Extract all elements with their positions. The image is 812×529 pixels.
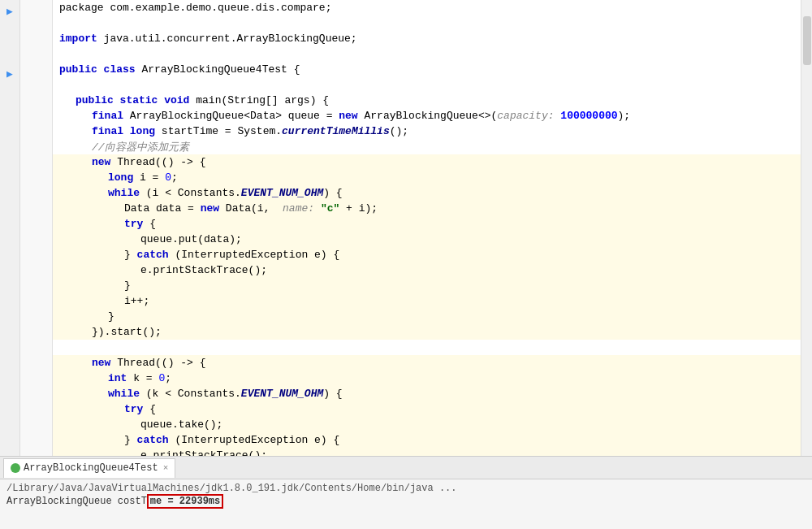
run-tab-close[interactable]: × [163,463,169,473]
code-line-thread2: new Thread(() -> { [53,355,801,371]
code-line-print1: e.printStackTrace(); [53,262,801,278]
code-line-thread1: new Thread(() -> { [53,154,801,170]
code-line-main: public static void main(String[] args) { [53,93,801,108]
run-tabs: ArrayBlockingQueue4Test × [0,457,812,479]
code-line-queueput: queue.put(data); [53,232,801,247]
code-line-queuetake: queue.take(); [53,417,801,432]
code-line-catch2: } catch (InterruptedException e) { [53,432,801,448]
code-lines[interactable]: package com.example.demo.queue.dis.compa… [53,0,801,456]
code-line-blank2 [53,46,801,62]
code-line-class: public class ArrayBlockingQueue4Test { [53,62,801,77]
run-tab-icon [11,463,20,473]
run-output-highlight: me = 22939ms [147,494,223,509]
left-nav: ▶ ▶ [0,0,20,456]
editor-area: ▶ ▶ package com.example.demo.queue.dis.c… [0,0,812,456]
code-line-intk: int k = 0; [53,371,801,386]
run-content: /Library/Java/JavaVirtualMachines/jdk1.8… [0,479,812,529]
code-line-try1: try { [53,216,801,232]
code-line-catch1: } catch (InterruptedException e) { [53,247,801,262]
right-scrollbar[interactable] [801,0,812,456]
run-tab[interactable]: ArrayBlockingQueue4Test × [3,458,175,478]
run-arrow-2[interactable]: ▶ [3,67,16,80]
run-output: ArrayBlockingQueue costTme = 22939ms [6,494,806,509]
code-line-whilei: while (i < Constants.EVENT_NUM_OHM) { [53,185,801,201]
code-line-whilek: while (k < Constants.EVENT_NUM_OHM) { [53,386,801,401]
code-line-comment: //向容器中添加元素 [53,139,801,154]
run-path-text: /Library/Java/JavaVirtualMachines/jdk1.8… [6,483,457,494]
code-line-import: import java.util.concurrent.ArrayBlockin… [53,31,801,46]
code-container: ▶ ▶ package com.example.demo.queue.dis.c… [0,0,812,456]
run-arrow-1[interactable]: ▶ [3,5,16,18]
run-output-prefix: ArrayBlockingQueue costT [6,496,147,507]
scrollbar-thumb[interactable] [803,16,811,65]
line-numbers-gutter [20,0,53,456]
code-line-queue: final ArrayBlockingQueue<Data> queue = n… [53,108,801,124]
code-line-blank3 [53,77,801,93]
code-line-try2: try { [53,401,801,417]
code-line-closewhile1: } [53,309,801,324]
code-line-blank4 [53,340,801,355]
code-line-closebrace1: } [53,278,801,293]
code-line-datanew: Data data = new Data(i, name: "c" + i); [53,201,801,216]
run-tab-label: ArrayBlockingQueue4Test [24,462,158,474]
code-line-print2: e.printStackTrace(); [53,448,801,456]
code-line-package: package com.example.demo.queue.dis.compa… [53,0,801,15]
run-path: /Library/Java/JavaVirtualMachines/jdk1.8… [6,483,806,494]
code-line-thread1start: }).start(); [53,324,801,340]
code-line-starttime: final long startTime = System.currentTim… [53,124,801,139]
run-panel: ArrayBlockingQueue4Test × /Library/Java/… [0,456,812,529]
code-line-longi: long i = 0; [53,170,801,185]
code-line-blank1 [53,15,801,31]
code-line-ipp: i++; [53,293,801,309]
